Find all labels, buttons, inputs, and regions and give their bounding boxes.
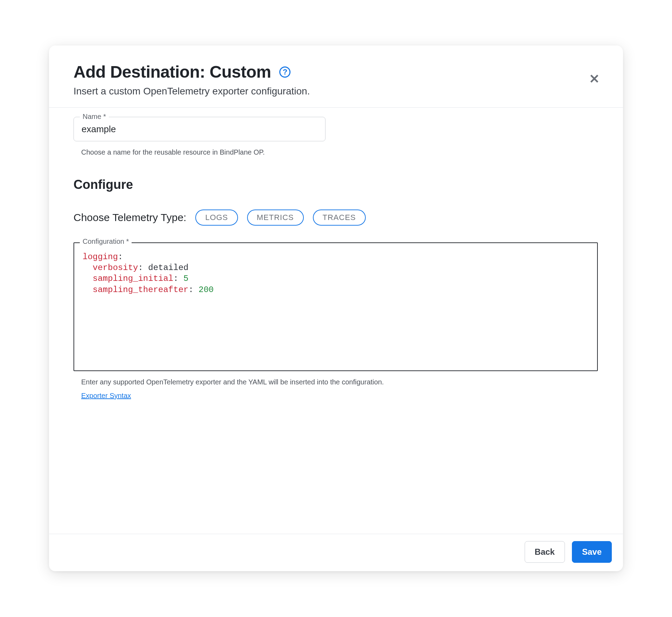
name-input[interactable]: [74, 117, 326, 141]
name-help-text: Choose a name for the reusable resource …: [81, 148, 598, 156]
telemetry-chip-traces[interactable]: TRACES: [313, 210, 366, 226]
name-field-wrap: Name *: [74, 117, 326, 141]
telemetry-type-label: Choose Telemetry Type:: [74, 212, 186, 224]
modal-footer: Back Save: [49, 534, 623, 571]
configuration-field-wrap: Configuration * logging: verbosity: deta…: [74, 242, 598, 371]
configuration-field-label: Configuration *: [80, 237, 132, 246]
save-button[interactable]: Save: [572, 541, 612, 563]
close-button[interactable]: ✕: [587, 72, 601, 86]
help-icon[interactable]: ?: [279, 66, 290, 78]
exporter-syntax-link[interactable]: Exporter Syntax: [81, 392, 598, 400]
modal-title: Add Destination: Custom: [74, 62, 271, 81]
configuration-help-text: Enter any supported OpenTelemetry export…: [81, 378, 598, 386]
back-button[interactable]: Back: [525, 541, 565, 563]
name-field-label: Name *: [80, 113, 109, 121]
configuration-editor[interactable]: logging: verbosity: detailed sampling_in…: [74, 242, 598, 371]
add-destination-modal: Add Destination: Custom ? Insert a custo…: [49, 45, 623, 571]
modal-title-row: Add Destination: Custom ?: [74, 62, 598, 81]
modal-subtitle: Insert a custom OpenTelemetry exporter c…: [74, 86, 598, 97]
telemetry-chip-logs[interactable]: LOGS: [195, 210, 238, 226]
modal-body: Name * Choose a name for the reusable re…: [49, 108, 623, 534]
telemetry-type-row: Choose Telemetry Type: LOGS METRICS TRAC…: [74, 210, 598, 226]
telemetry-chip-metrics[interactable]: METRICS: [247, 210, 304, 226]
close-icon: ✕: [589, 73, 600, 85]
modal-header: Add Destination: Custom ? Insert a custo…: [49, 45, 623, 108]
configure-heading: Configure: [74, 177, 598, 192]
